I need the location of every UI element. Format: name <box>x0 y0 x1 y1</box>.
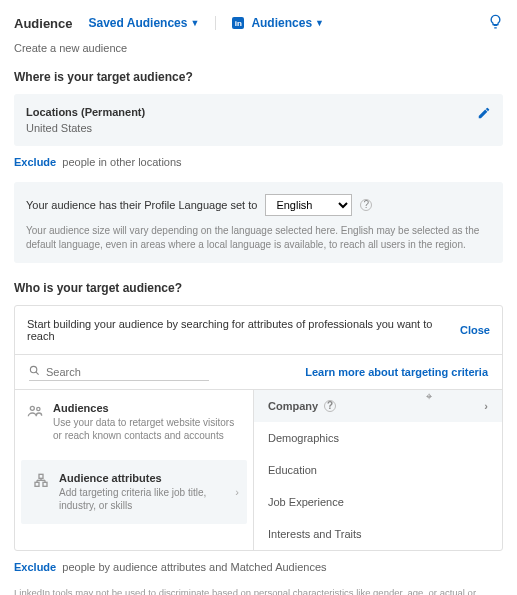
search-input[interactable] <box>46 366 186 378</box>
exclude-attributes-button[interactable]: Exclude <box>14 561 56 573</box>
category-company[interactable]: Company ?› <box>254 390 502 422</box>
locations-card[interactable]: Locations (Permanent) United States <box>14 94 503 146</box>
divider <box>215 16 216 30</box>
svg-point-3 <box>37 407 40 410</box>
chevron-right-icon: › <box>235 486 239 498</box>
audiences-title: Audiences <box>53 402 241 414</box>
attributes-icon <box>33 473 49 492</box>
panel-intro: Start building your audience by searchin… <box>27 318 460 342</box>
svg-point-2 <box>30 406 34 410</box>
svg-rect-6 <box>43 482 47 486</box>
learn-targeting-link[interactable]: Learn more about targeting criteria <box>305 366 488 378</box>
edit-icon[interactable] <box>477 106 491 123</box>
help-icon[interactable]: ? <box>324 400 336 412</box>
audiences-option[interactable]: Audiences Use your data to retarget webs… <box>15 390 253 454</box>
who-label: Who is your target audience? <box>14 281 503 295</box>
locations-value: United States <box>26 122 491 134</box>
close-button[interactable]: Close <box>460 324 490 336</box>
help-icon[interactable]: ? <box>360 199 372 211</box>
language-select[interactable]: English <box>265 194 352 216</box>
language-label: Your audience has their Profile Language… <box>26 199 257 211</box>
tip-icon[interactable] <box>488 14 503 32</box>
language-help-text: Your audience size will vary depending o… <box>26 224 491 251</box>
attributes-desc: Add targeting criteria like job title, i… <box>59 486 235 512</box>
search-field[interactable] <box>29 363 209 381</box>
svg-rect-5 <box>35 482 39 486</box>
audiences-desc: Use your data to retarget website visito… <box>53 416 241 442</box>
chevron-right-icon: › <box>484 400 488 412</box>
cursor-icon: ⌖ <box>426 390 432 403</box>
targeting-panel: Start building your audience by searchin… <box>14 305 503 551</box>
people-icon <box>27 403 43 422</box>
svg-rect-4 <box>39 474 43 478</box>
svg-line-1 <box>36 372 39 375</box>
linkedin-icon: in <box>232 17 244 29</box>
category-education[interactable]: Education <box>254 454 502 486</box>
audience-attributes-option[interactable]: Audience attributes Add targeting criter… <box>21 460 247 524</box>
svg-point-0 <box>30 366 36 372</box>
saved-audiences-dropdown[interactable]: Saved Audiences ▼ <box>89 16 200 30</box>
exclude-locations-button[interactable]: Exclude <box>14 156 56 168</box>
where-label: Where is your target audience? <box>14 70 503 84</box>
page-title: Audience <box>14 16 73 31</box>
exclude-attributes-row: Exclude people by audience attributes an… <box>14 561 503 573</box>
locations-title: Locations (Permanent) <box>26 106 491 118</box>
category-demographics[interactable]: Demographics <box>254 422 502 454</box>
category-interests[interactable]: Interests and Traits <box>254 518 502 550</box>
subtitle: Create a new audience <box>14 42 503 54</box>
category-job-experience[interactable]: Job Experience <box>254 486 502 518</box>
attributes-title: Audience attributes <box>59 472 235 484</box>
language-card: Your audience has their Profile Language… <box>14 182 503 263</box>
exclude-locations-row: Exclude people in other locations <box>14 156 503 168</box>
search-icon <box>29 365 40 378</box>
linkedin-audiences-dropdown[interactable]: inAudiences ▼ <box>232 16 324 30</box>
disclaimer: LinkedIn tools may not be used to discri… <box>14 587 503 595</box>
